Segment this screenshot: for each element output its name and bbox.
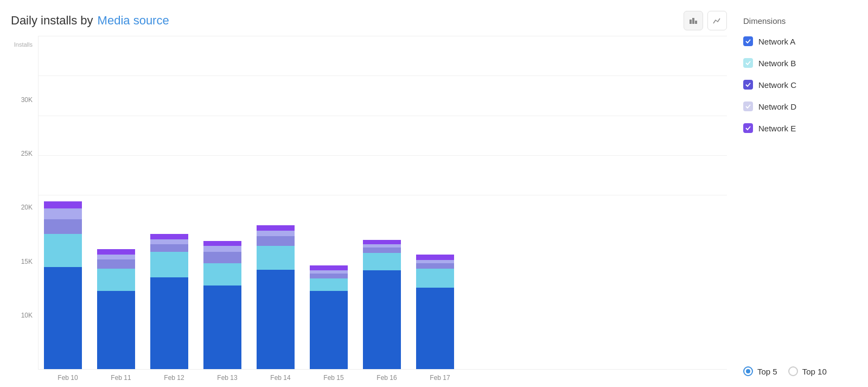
bottom-controls: Top 5 Top 10 (743, 366, 857, 382)
bar-group (363, 240, 401, 369)
bar-segment (257, 236, 295, 246)
bar-segment (150, 252, 188, 277)
bar-segment (203, 246, 241, 252)
sidebar: Dimensions Network ANetwork BNetwork CNe… (727, 11, 857, 382)
bar-segment (203, 241, 241, 246)
bar-segment (97, 259, 135, 269)
bar-segment (150, 239, 188, 244)
bar-group (203, 241, 241, 369)
top10-label: Top 10 (802, 367, 827, 376)
dimension-item-network-b[interactable]: Network B (743, 58, 857, 68)
bar-segment (203, 252, 241, 263)
bar-segment (310, 291, 348, 369)
dimension-label-network-b: Network B (758, 59, 796, 68)
grid-line (39, 75, 727, 76)
bar-segment (310, 265, 348, 270)
grid-line (39, 155, 727, 156)
top5-radio[interactable] (743, 366, 753, 376)
x-label: Feb 17 (421, 374, 459, 382)
stacked-bar[interactable] (363, 240, 401, 369)
bar-segment (44, 208, 82, 220)
dimension-item-network-e[interactable]: Network E (743, 123, 857, 133)
y-label-15k: 15K (21, 258, 33, 265)
chart-header: Daily installs by Media source (11, 11, 727, 30)
bar-segment (310, 274, 348, 278)
bar-segment (257, 246, 295, 270)
x-label: Feb 10 (49, 374, 87, 382)
bar-segment (44, 219, 82, 233)
svg-rect-1 (692, 18, 694, 24)
bar-group (416, 255, 454, 369)
dimension-label-network-a: Network A (758, 37, 795, 46)
dimension-label-network-d: Network D (758, 102, 796, 111)
stacked-bar[interactable] (257, 225, 295, 369)
grid-line (39, 36, 727, 36)
y-label-25k: 25K (21, 150, 33, 157)
bars-container (38, 36, 727, 370)
bar-group (97, 249, 135, 369)
stacked-bar[interactable] (310, 265, 348, 369)
dimension-item-network-c[interactable]: Network C (743, 80, 857, 90)
dimensions-list: Network ANetwork BNetwork CNetwork DNetw… (743, 36, 857, 145)
bar-segment (150, 234, 188, 239)
x-label: Feb 14 (261, 374, 299, 382)
stacked-bar[interactable] (44, 201, 82, 369)
dimension-label-network-c: Network C (758, 80, 796, 90)
bar-group (257, 225, 295, 369)
bar-segment (363, 253, 401, 270)
bar-segment (203, 286, 241, 369)
bar-segment (44, 267, 82, 369)
top5-label: Top 5 (757, 367, 777, 376)
bar-segment (97, 255, 135, 259)
top10-radio[interactable] (788, 366, 798, 376)
bar-segment (150, 277, 188, 369)
stacked-bar[interactable] (416, 255, 454, 369)
checkbox-network-e[interactable] (743, 123, 753, 133)
bar-segment (310, 278, 348, 291)
bar-segment (257, 270, 295, 369)
checkbox-network-d[interactable] (743, 101, 753, 111)
bar-segment (416, 255, 454, 260)
dimension-item-network-a[interactable]: Network A (743, 36, 857, 46)
grid-line (39, 195, 727, 195)
bar-chart-button[interactable] (684, 11, 703, 30)
stacked-bar[interactable] (97, 249, 135, 369)
grid-line (39, 116, 727, 116)
x-label: Feb 15 (315, 374, 353, 382)
checkbox-network-b[interactable] (743, 58, 753, 68)
line-chart-button[interactable] (707, 11, 727, 30)
bar-segment (257, 225, 295, 231)
top10-option[interactable]: Top 10 (788, 366, 827, 376)
y-label-20k: 20K (21, 204, 33, 211)
dimension-item-network-d[interactable]: Network D (743, 101, 857, 111)
bar-segment (257, 231, 295, 236)
bar-segment (44, 201, 82, 208)
x-labels: Feb 10Feb 11Feb 12Feb 13Feb 14Feb 15Feb … (38, 370, 727, 382)
stacked-bar[interactable] (203, 241, 241, 369)
media-source-link[interactable]: Media source (98, 14, 169, 28)
bar-segment (44, 234, 82, 268)
dimension-label-network-e: Network E (758, 124, 796, 133)
bar-group (150, 234, 188, 369)
bar-segment (416, 288, 454, 369)
top5-option[interactable]: Top 5 (743, 366, 777, 376)
chart-title: Daily installs by Media source (11, 14, 169, 28)
bar-segment (363, 270, 401, 369)
bar-group (310, 265, 348, 369)
y-label-10k: 10K (21, 312, 33, 319)
stacked-bar[interactable] (150, 234, 188, 369)
bar-segment (363, 248, 401, 253)
bar-segment (203, 263, 241, 286)
checkbox-network-a[interactable] (743, 36, 753, 46)
y-label-installs: Installs (14, 41, 33, 48)
bar-segment (150, 244, 188, 252)
bar-segment (97, 269, 135, 291)
chart-body: Installs 30K 25K 20K 15K 10K Feb 10Feb 1… (11, 36, 727, 382)
daily-installs-label: Daily installs by (11, 14, 93, 28)
x-label: Feb 16 (368, 374, 406, 382)
checkbox-network-c[interactable] (743, 80, 753, 90)
svg-rect-2 (695, 21, 697, 24)
bar-segment (416, 269, 454, 288)
chart-controls (684, 11, 727, 30)
bar-segment (416, 263, 454, 269)
